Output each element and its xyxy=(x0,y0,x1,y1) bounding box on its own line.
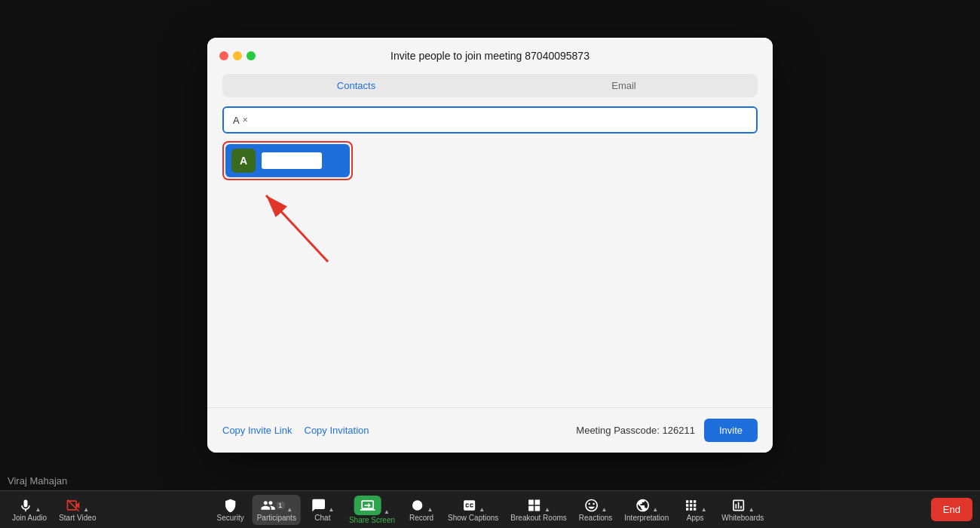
arrow-annotation xyxy=(253,186,343,272)
chat-label: Chat xyxy=(314,514,330,522)
share-screen-arrow: ▲ xyxy=(384,508,390,515)
participants-icon: 1 xyxy=(260,498,284,513)
start-video-arrow: ▲ xyxy=(83,506,89,513)
tab-contacts[interactable]: Contacts xyxy=(222,74,490,97)
chat-arrow: ▲ xyxy=(328,506,334,513)
result-item[interactable]: A xyxy=(225,144,350,177)
window-controls xyxy=(219,51,256,60)
toolbar-right: End xyxy=(931,498,972,521)
svg-point-2 xyxy=(412,500,422,510)
toolbar-item-interpretation[interactable]: ▲ Interpretation xyxy=(620,495,673,525)
participants-arrow: ▲ xyxy=(286,506,292,513)
breakout-icon xyxy=(527,498,542,513)
interpretation-arrow: ▲ xyxy=(652,506,658,513)
toolbar-item-share-screen[interactable]: ▲ Share Screen xyxy=(345,493,400,527)
interpretation-icon xyxy=(635,498,650,513)
breakout-label: Breakout Rooms xyxy=(510,514,566,522)
chat-icon xyxy=(311,498,326,513)
toolbar-item-show-captions[interactable]: ▲ Show Captions xyxy=(443,495,503,525)
captions-icon xyxy=(461,498,476,513)
footer-links: Copy Invite Link Copy Invitation xyxy=(222,425,369,436)
apps-icon xyxy=(684,498,699,513)
toolbar-item-chat[interactable]: ▲ Chat xyxy=(304,495,341,525)
record-icon xyxy=(410,498,425,513)
apps-arrow: ▲ xyxy=(701,506,707,513)
reactions-arrow: ▲ xyxy=(602,506,608,513)
security-label: Security xyxy=(217,514,244,522)
invite-button[interactable]: Invite xyxy=(704,419,758,442)
captions-arrow: ▲ xyxy=(479,506,485,513)
toolbar-item-breakout-rooms[interactable]: ▲ Breakout Rooms xyxy=(506,495,571,525)
result-name-box xyxy=(262,152,322,169)
record-arrow: ▲ xyxy=(427,506,433,513)
record-label: Record xyxy=(409,514,433,522)
toolbar: ▲ Join Audio ▲ Start Video Security xyxy=(0,490,980,528)
passcode-label: Meeting Passcode: 126211 xyxy=(576,425,695,436)
captions-label: Show Captions xyxy=(448,514,498,522)
result-item-highlight: A xyxy=(222,141,353,180)
start-video-icon xyxy=(66,498,81,513)
join-audio-icon xyxy=(18,498,33,513)
security-icon xyxy=(223,498,238,513)
modal-overlay: Invite people to join meeting 8704009587… xyxy=(0,0,980,490)
toolbar-item-participants[interactable]: 1 ▲ Participants xyxy=(253,495,301,525)
start-video-label: Start Video xyxy=(59,514,96,522)
toolbar-item-start-video[interactable]: ▲ Start Video xyxy=(54,495,100,525)
search-tag: A × xyxy=(233,115,248,126)
maximize-button[interactable] xyxy=(247,51,256,60)
whiteboards-label: Whiteboards xyxy=(721,514,764,522)
svg-line-1 xyxy=(266,195,328,262)
search-tag-letter: A xyxy=(233,115,240,126)
whiteboards-icon xyxy=(731,498,746,513)
toolbar-item-whiteboards[interactable]: ▲ Whiteboards xyxy=(717,495,768,525)
avatar: A xyxy=(231,149,256,173)
end-button[interactable]: End xyxy=(931,498,972,521)
search-input[interactable] xyxy=(254,114,747,126)
search-tag-clear[interactable]: × xyxy=(243,115,248,125)
apps-label: Apps xyxy=(687,514,704,522)
toolbar-item-security[interactable]: Security xyxy=(212,495,250,525)
toolbar-item-apps[interactable]: ▲ Apps xyxy=(676,495,714,525)
interpretation-label: Interpretation xyxy=(624,514,669,522)
share-screen-label: Share Screen xyxy=(349,516,395,524)
passcode-value: 126211 xyxy=(663,425,695,436)
toolbar-item-join-audio[interactable]: ▲ Join Audio xyxy=(8,495,51,525)
tab-email[interactable]: Email xyxy=(490,74,758,97)
share-screen-icon xyxy=(354,496,381,515)
minimize-button[interactable] xyxy=(233,51,242,60)
reactions-icon xyxy=(584,498,599,513)
participants-label: Participants xyxy=(257,514,296,522)
modal-title: Invite people to join meeting 8704009587… xyxy=(390,50,590,62)
copy-invitation[interactable]: Copy Invitation xyxy=(305,425,369,436)
join-audio-arrow: ▲ xyxy=(35,506,41,513)
modal-footer: Copy Invite Link Copy Invitation Meeting… xyxy=(207,407,773,453)
whiteboards-arrow: ▲ xyxy=(749,506,755,513)
close-button[interactable] xyxy=(219,51,228,60)
reactions-label: Reactions xyxy=(579,514,612,522)
copy-invite-link[interactable]: Copy Invite Link xyxy=(222,425,292,436)
search-field[interactable]: A × xyxy=(222,106,758,134)
breakout-arrow: ▲ xyxy=(544,506,550,513)
results-area: A xyxy=(222,141,758,407)
invite-modal: Invite people to join meeting 8704009587… xyxy=(207,38,773,453)
toolbar-item-reactions[interactable]: ▲ Reactions xyxy=(574,495,617,525)
modal-titlebar: Invite people to join meeting 8704009587… xyxy=(207,38,773,74)
toolbar-center: Security 1 ▲ Participants ▲ Chat xyxy=(212,493,769,527)
toolbar-left: ▲ Join Audio ▲ Start Video xyxy=(8,495,100,525)
join-audio-label: Join Audio xyxy=(12,514,47,522)
footer-right: Meeting Passcode: 126211 Invite xyxy=(576,419,758,442)
toolbar-item-record[interactable]: ▲ Record xyxy=(403,495,440,525)
search-container: A × xyxy=(222,106,758,134)
modal-tabs: Contacts Email xyxy=(222,74,758,97)
